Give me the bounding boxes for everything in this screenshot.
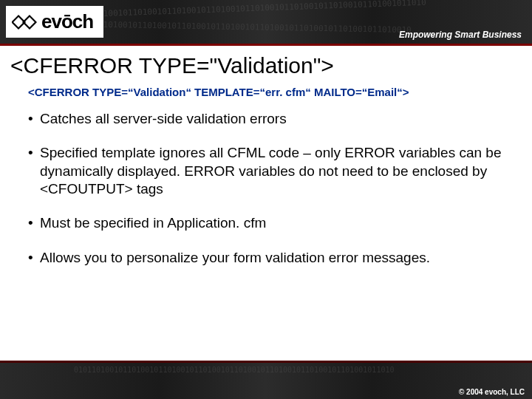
slide-title: <CFERROR TYPE="Validation"> — [10, 53, 522, 78]
bullet-item: Specified template ignores all CFML code… — [28, 144, 522, 198]
bullet-item: Must be specified in Application. cfm — [28, 214, 522, 232]
bullet-item: Allows you to personalize your form vali… — [28, 249, 522, 267]
footer-background — [0, 362, 532, 399]
footer-divider — [0, 361, 532, 363]
brand-name: evōch — [41, 10, 93, 33]
logo-block: evōch — [6, 6, 103, 38]
code-example: <CFERROR TYPE=“Validation“ TEMPLATE=“err… — [28, 86, 522, 98]
bullet-list: Catches all server-side validation error… — [28, 110, 522, 267]
slide-content: <CFERROR TYPE="Validation"> <CFERROR TYP… — [0, 53, 532, 283]
logo-diamonds-icon — [12, 12, 37, 33]
bullet-item: Catches all server-side validation error… — [28, 110, 522, 128]
header-divider — [0, 44, 532, 46]
copyright-text: © 2004 evoch, LLC — [459, 388, 525, 396]
tagline-text: Empowering Smart Business — [399, 30, 522, 40]
